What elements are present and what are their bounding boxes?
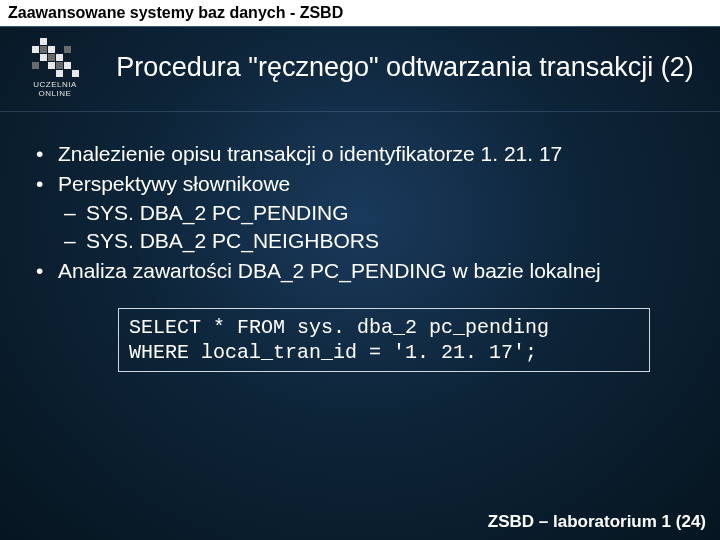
list-item: SYS. DBA_2 PC_PENDING	[58, 199, 690, 227]
logo-text: UCZELNIA ONLINE	[33, 81, 77, 99]
bullet-list: Znalezienie opisu transakcji o identyfik…	[30, 140, 690, 286]
list-item: Analiza zawartości DBA_2 PC_PENDING w ba…	[30, 257, 690, 285]
list-item: Perspektywy słownikowe SYS. DBA_2 PC_PEN…	[30, 170, 690, 255]
title-row: UCZELNIA ONLINE Procedura "ręcznego" odt…	[0, 27, 720, 112]
list-item: SYS. DBA_2 PC_NEIGHBORS	[58, 227, 690, 255]
logo-line2: ONLINE	[33, 90, 77, 99]
slide-footer: ZSBD – laboratorium 1 (24)	[488, 512, 706, 532]
slide-content: Znalezienie opisu transakcji o identyfik…	[0, 112, 720, 382]
course-name: Zaawansowane systemy baz danych - ZSBD	[8, 4, 343, 21]
course-header: Zaawansowane systemy baz danych - ZSBD	[0, 0, 720, 27]
institution-logo: UCZELNIA ONLINE	[10, 33, 100, 103]
logo-icon	[32, 38, 79, 77]
list-item-text: Perspektywy słownikowe	[58, 172, 290, 195]
slide-title: Procedura "ręcznego" odtwarzania transak…	[100, 51, 710, 85]
list-item: Znalezienie opisu transakcji o identyfik…	[30, 140, 690, 168]
sub-list: SYS. DBA_2 PC_PENDING SYS. DBA_2 PC_NEIG…	[58, 199, 690, 256]
sql-code-block: SELECT * FROM sys. dba_2 pc_pending WHER…	[118, 308, 650, 372]
